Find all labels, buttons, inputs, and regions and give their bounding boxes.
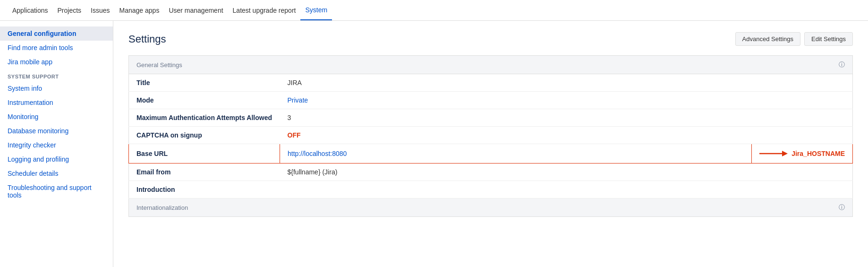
value-email-from: ${fullname} (Jira) — [280, 164, 853, 181]
base-url-annotation-cell: Jira_HOSTNAME — [752, 144, 853, 164]
sidebar-item-troubleshooting-and-support-tools[interactable]: Troubleshooting and support tools — [0, 181, 113, 202]
sidebar-section-system-support: SYSTEM SUPPORT — [0, 69, 113, 81]
main-content: Settings Advanced Settings Edit Settings… — [113, 21, 868, 267]
value-captcha: OFF — [280, 127, 853, 144]
label-base-url: Base URL — [129, 144, 280, 164]
value-mode: Private — [280, 92, 853, 109]
nav-issues[interactable]: Issues — [86, 1, 114, 20]
sidebar-item-system-info[interactable]: System info — [0, 81, 113, 95]
nav-user-management[interactable]: User management — [164, 1, 228, 20]
sidebar-item-instrumentation[interactable]: Instrumentation — [0, 95, 113, 110]
advanced-settings-button[interactable]: Advanced Settings — [735, 32, 800, 46]
sidebar-item-scheduler-details[interactable]: Scheduler details — [0, 166, 113, 181]
sidebar-item-database-monitoring[interactable]: Database monitoring — [0, 124, 113, 138]
top-navigation: Applications Projects Issues Manage apps… — [0, 0, 868, 21]
value-title: JIRA — [280, 74, 853, 92]
sidebar-item-integrity-checker[interactable]: Integrity checker — [0, 138, 113, 152]
value-introduction — [280, 181, 853, 198]
annotation-label: Jira_HOSTNAME — [791, 150, 845, 157]
internationalization-help-icon[interactable]: ⓘ — [752, 198, 853, 217]
label-captcha: CAPTCHA on signup — [129, 127, 280, 144]
label-mode: Mode — [129, 92, 280, 109]
page-title: Settings — [128, 33, 166, 45]
label-introduction: Introduction — [129, 181, 280, 198]
internationalization-label: Internationalization — [129, 198, 752, 217]
label-max-auth: Maximum Authentication Attempts Allowed — [129, 109, 280, 127]
sidebar-item-find-more-admin-tools[interactable]: Find more admin tools — [0, 41, 113, 55]
sidebar-item-monitoring[interactable]: Monitoring — [0, 110, 113, 124]
table-row-base-url: Base URL http://localhost:8080 Jira_HOST… — [129, 144, 853, 164]
table-row-introduction: Introduction — [129, 181, 853, 198]
sidebar: General configuration Find more admin to… — [0, 21, 113, 267]
edit-settings-button[interactable]: Edit Settings — [804, 32, 853, 46]
nav-applications[interactable]: Applications — [8, 1, 53, 20]
table-row-captcha: CAPTCHA on signup OFF — [129, 127, 853, 144]
label-email-from: Email from — [129, 164, 280, 181]
settings-table: General Settings ⓘ Title JIRA Mode Priva… — [128, 55, 853, 217]
base-url-annotation: Jira_HOSTNAME — [759, 149, 845, 158]
table-row-title: Title JIRA — [129, 74, 853, 92]
table-row-max-auth: Maximum Authentication Attempts Allowed … — [129, 109, 853, 127]
table-row-email-from: Email from ${fullname} (Jira) — [129, 164, 853, 181]
section-general-settings: General Settings ⓘ — [129, 56, 853, 74]
sidebar-item-jira-mobile-app[interactable]: Jira mobile app — [0, 55, 113, 69]
header-buttons: Advanced Settings Edit Settings — [735, 32, 853, 46]
label-title: Title — [129, 74, 280, 92]
nav-system[interactable]: System — [300, 0, 332, 20]
arrow-icon — [759, 149, 788, 158]
general-settings-help-icon[interactable]: ⓘ — [752, 56, 853, 74]
nav-projects[interactable]: Projects — [53, 1, 86, 20]
section-internationalization: Internationalization ⓘ — [129, 198, 853, 217]
value-max-auth: 3 — [280, 109, 853, 127]
nav-manage-apps[interactable]: Manage apps — [115, 1, 164, 20]
table-row-mode: Mode Private — [129, 92, 853, 109]
sidebar-item-logging-and-profiling[interactable]: Logging and profiling — [0, 152, 113, 166]
nav-latest-upgrade-report[interactable]: Latest upgrade report — [228, 1, 301, 20]
value-base-url[interactable]: http://localhost:8080 — [280, 144, 752, 164]
svg-marker-1 — [782, 151, 788, 156]
page-layout: General configuration Find more admin to… — [0, 21, 868, 267]
settings-header: Settings Advanced Settings Edit Settings — [128, 32, 853, 46]
general-settings-label: General Settings — [129, 56, 752, 74]
sidebar-item-general-configuration[interactable]: General configuration — [0, 26, 113, 41]
